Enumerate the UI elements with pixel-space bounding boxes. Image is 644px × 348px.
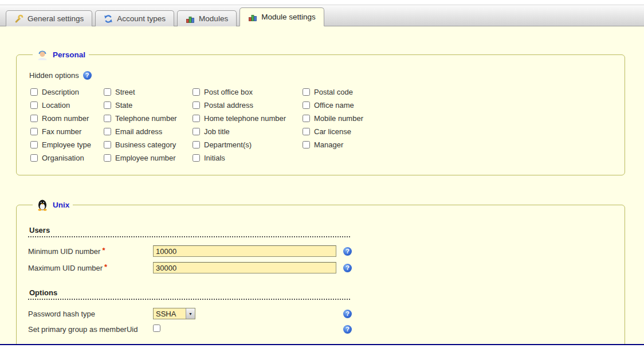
hidden-option-checkbox[interactable] [104, 115, 111, 122]
input-cell [153, 324, 343, 334]
hidden-option-checkbox[interactable] [30, 101, 38, 109]
checkbox-label: Fax number [42, 127, 81, 136]
checkbox-label: Mobile number [314, 114, 363, 123]
personal-section-legend: Personal [33, 48, 89, 61]
hidden-option-item[interactable]: Room number [30, 114, 104, 123]
selected-value: SSHA [154, 310, 186, 318]
footer-space [0, 345, 644, 348]
hidden-option-item[interactable]: Mobile number [303, 114, 363, 123]
hidden-option-checkbox[interactable] [193, 88, 200, 96]
checkbox-label: Office name [314, 101, 354, 110]
tab-general-settings[interactable]: General settings [6, 10, 92, 26]
hidden-option-item[interactable]: Manager [303, 140, 363, 149]
hidden-option-checkbox[interactable] [104, 101, 111, 109]
hidden-option-checkbox[interactable] [193, 115, 200, 122]
hidden-options-grid: Description Location Room number Fax num… [30, 88, 613, 167]
hidden-option-item[interactable]: Telephone number [104, 114, 193, 123]
hidden-option-item[interactable]: Post office box [193, 88, 303, 96]
hidden-option-checkbox[interactable] [30, 115, 38, 122]
hidden-option-item[interactable]: Description [30, 88, 104, 96]
hidden-option-checkbox[interactable] [303, 115, 310, 122]
page: General settings Account types [0, 0, 644, 348]
checkbox-label: Street [115, 88, 135, 96]
checkbox-label: Description [42, 88, 79, 96]
tux-penguin-icon [36, 198, 49, 211]
help-icon[interactable]: ? [343, 325, 352, 334]
hidden-option-item[interactable]: Street [104, 88, 193, 96]
hidden-option-checkbox[interactable] [193, 154, 200, 162]
hidden-option-item[interactable]: Home telephone number [193, 114, 303, 123]
hidden-options-column: Post office box Postal address Home tele… [193, 88, 303, 167]
help-icon[interactable]: ? [343, 247, 352, 256]
hidden-option-checkbox[interactable] [104, 128, 111, 135]
hidden-option-item[interactable]: State [104, 101, 193, 110]
hidden-options-column: Street State Telephone number Email addr… [104, 88, 193, 167]
member-uid-checkbox[interactable] [153, 324, 160, 332]
content-area: Personal Hidden options ? Description Lo… [0, 26, 644, 344]
hidden-option-item[interactable]: Employee number [104, 154, 193, 162]
hidden-option-checkbox[interactable] [104, 141, 111, 148]
checkbox-label: Telephone number [115, 114, 177, 123]
checkbox-label: Room number [42, 114, 89, 123]
hidden-option-item[interactable]: Email address [104, 127, 193, 136]
hidden-option-item[interactable]: Location [30, 101, 104, 110]
hidden-option-checkbox[interactable] [303, 88, 310, 96]
chevron-down-icon[interactable]: ▼ [186, 308, 195, 319]
tab-label: Modules [199, 14, 228, 23]
hidden-options-row: Hidden options ? [29, 71, 613, 80]
hidden-option-checkbox[interactable] [193, 101, 200, 109]
hidden-options-column: Postal code Office name Mobile number Ca… [303, 88, 363, 167]
hidden-option-checkbox[interactable] [193, 141, 200, 148]
tab-module-settings[interactable]: Module settings [239, 7, 324, 26]
help-icon[interactable]: ? [343, 310, 352, 318]
hidden-option-checkbox[interactable] [30, 128, 38, 135]
unix-section-legend: Unix [33, 198, 73, 211]
hidden-option-item[interactable]: Initials [193, 154, 303, 162]
checkbox-label: Location [42, 101, 70, 110]
hidden-option-item[interactable]: Business category [104, 140, 193, 149]
hidden-option-checkbox[interactable] [104, 88, 111, 96]
tab-modules[interactable]: Modules [177, 10, 237, 26]
hidden-option-item[interactable]: Postal code [303, 88, 363, 96]
hidden-option-item[interactable]: Office name [303, 101, 363, 110]
checkbox-label: Initials [204, 154, 225, 162]
tab-account-types[interactable]: Account types [95, 10, 174, 26]
checkbox-label: Car license [314, 127, 351, 136]
hidden-option-checkbox[interactable] [30, 88, 38, 96]
hidden-option-checkbox[interactable] [303, 128, 310, 135]
hidden-option-checkbox[interactable] [30, 154, 38, 162]
max-uid-input[interactable] [153, 262, 336, 273]
tab-bar: General settings Account types [0, 5, 644, 26]
hidden-option-item[interactable]: Job title [193, 127, 303, 136]
required-marker: * [104, 263, 107, 271]
options-subheader: Options [28, 287, 350, 300]
help-icon[interactable]: ? [343, 264, 352, 272]
hidden-option-checkbox[interactable] [303, 141, 310, 148]
max-uid-label: Maximum UID number* [28, 264, 153, 272]
hidden-option-item[interactable]: Organisation [30, 154, 104, 162]
hidden-option-checkbox[interactable] [104, 154, 111, 162]
checkbox-label: Post office box [204, 88, 253, 96]
tab-label: Account types [117, 14, 166, 23]
password-hash-select[interactable]: SSHA ▼ [153, 308, 195, 319]
hidden-option-checkbox[interactable] [303, 101, 310, 109]
hidden-option-item[interactable]: Car license [303, 127, 363, 136]
wrench-icon [14, 14, 23, 24]
member-uid-label: Set primary group as memberUid [28, 325, 153, 334]
checkbox-label: State [115, 101, 132, 110]
required-marker: * [102, 246, 105, 255]
password-hash-label: Password hash type [28, 310, 153, 318]
checkbox-label: Business category [115, 140, 176, 149]
hidden-options-label: Hidden options [29, 71, 79, 80]
tab-label: Module settings [261, 13, 316, 21]
min-uid-input[interactable] [153, 245, 336, 257]
hidden-option-checkbox[interactable] [193, 128, 200, 135]
password-hash-row: Password hash type SSHA ▼ ? [28, 308, 613, 319]
hidden-option-item[interactable]: Postal address [193, 101, 303, 110]
hidden-option-item[interactable]: Department(s) [193, 140, 303, 149]
hidden-option-item[interactable]: Fax number [30, 127, 104, 136]
help-icon[interactable]: ? [83, 71, 92, 80]
checkbox-label: Postal address [204, 101, 253, 110]
hidden-option-checkbox[interactable] [30, 141, 38, 148]
hidden-option-item[interactable]: Employee type [30, 140, 104, 149]
